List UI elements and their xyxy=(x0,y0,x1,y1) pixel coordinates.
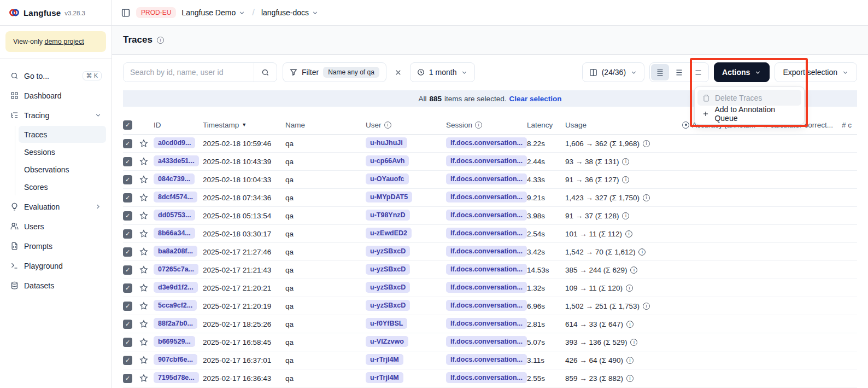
user-badge[interactable]: u-yzSBxcD xyxy=(366,246,410,257)
search-input[interactable] xyxy=(124,63,254,82)
user-badge[interactable]: u-zEwdED2 xyxy=(366,228,412,239)
row-checkbox[interactable]: ✓ xyxy=(123,356,132,365)
header-user[interactable]: User i xyxy=(366,121,446,129)
header-usage[interactable]: Usage xyxy=(565,121,682,129)
sidebar-item-observations[interactable]: Observations xyxy=(19,161,106,178)
info-icon[interactable]: i xyxy=(626,285,633,292)
row-checkbox[interactable]: ✓ xyxy=(123,374,132,383)
panel-toggle-icon[interactable] xyxy=(121,8,131,18)
breadcrumb-org[interactable]: Langfuse Demo xyxy=(181,8,245,17)
user-badge[interactable]: u-huJhuJi xyxy=(366,137,407,148)
row-checkbox[interactable]: ✓ xyxy=(123,229,132,239)
info-icon[interactable]: i xyxy=(626,375,634,382)
header-score-cut[interactable]: # c xyxy=(842,121,857,129)
session-badge[interactable]: lf.docs.conversation... xyxy=(446,155,527,166)
header-id[interactable]: ID xyxy=(154,121,203,129)
sidebar-item-goto[interactable]: Go to... ⌘ K xyxy=(5,67,106,85)
user-badge[interactable]: u-VIZzvwo xyxy=(366,336,408,347)
row-height-medium-button[interactable] xyxy=(670,64,688,80)
user-badge[interactable]: u-OYauofc xyxy=(366,173,409,184)
trace-id-badge[interactable]: 907cbf6e... xyxy=(154,354,197,365)
search-icon[interactable] xyxy=(254,63,277,82)
menu-item-add-to-annotation-queue[interactable]: Add to Annotation Queue xyxy=(697,106,801,121)
user-badge[interactable]: u-yzSBxcD xyxy=(366,264,410,275)
session-badge[interactable]: lf.docs.conversation... xyxy=(446,300,527,311)
demo-project-link[interactable]: demo project xyxy=(44,38,84,45)
row-checkbox[interactable]: ✓ xyxy=(123,193,132,202)
info-icon[interactable]: i xyxy=(622,158,629,165)
info-icon[interactable]: i xyxy=(626,357,634,364)
session-badge[interactable]: lf.docs.conversation... xyxy=(446,354,527,365)
info-icon[interactable]: i xyxy=(622,176,629,183)
info-icon[interactable]: i xyxy=(625,230,632,238)
select-all-checkbox[interactable]: ✓ xyxy=(123,120,132,130)
export-selection-button[interactable]: Export selection xyxy=(775,62,857,82)
trace-id-badge[interactable]: 084c739... xyxy=(154,173,195,184)
info-icon[interactable]: i xyxy=(643,303,650,310)
filter-button[interactable]: Filter Name any of qa xyxy=(283,62,386,82)
user-badge[interactable]: u-yzSBxcD xyxy=(366,300,410,311)
trace-id-badge[interactable]: a0cd0d9... xyxy=(154,137,195,148)
star-icon[interactable] xyxy=(139,139,154,148)
trace-id-badge[interactable]: 7195d78e... xyxy=(154,372,199,383)
row-checkbox[interactable]: ✓ xyxy=(123,247,132,257)
user-badge[interactable]: u-MYpDAT5 xyxy=(366,192,412,202)
session-badge[interactable]: lf.docs.conversation... xyxy=(446,173,527,184)
row-height-large-button[interactable] xyxy=(689,64,707,80)
user-badge[interactable]: u-rTrjl4M xyxy=(366,372,403,383)
info-icon[interactable]: i xyxy=(643,194,650,201)
row-checkbox[interactable]: ✓ xyxy=(123,320,132,329)
clear-filter-icon[interactable] xyxy=(392,66,404,79)
breadcrumb-project[interactable]: langfuse-docs xyxy=(261,8,319,17)
sidebar-item-scores[interactable]: Scores xyxy=(19,178,106,195)
row-height-small-button[interactable] xyxy=(651,64,669,80)
sidebar-item-traces[interactable]: Traces xyxy=(19,126,106,143)
sidebar-item-dashboard[interactable]: Dashboard xyxy=(5,86,106,105)
sidebar-item-tracing[interactable]: Tracing xyxy=(5,106,106,124)
row-checkbox[interactable]: ✓ xyxy=(123,302,132,311)
header-latency[interactable]: Latency xyxy=(527,121,565,129)
trace-id-badge[interactable]: 5cca9cf2... xyxy=(154,300,197,311)
info-icon[interactable]: i xyxy=(622,212,629,219)
header-session[interactable]: Session i xyxy=(446,121,527,129)
header-name[interactable]: Name xyxy=(285,121,366,129)
sidebar-item-playground[interactable]: Playground xyxy=(5,257,106,275)
info-icon[interactable]: i xyxy=(630,267,637,274)
trace-id-badge[interactable]: 8b66a34... xyxy=(154,228,195,239)
info-icon[interactable]: i xyxy=(638,248,646,256)
row-checkbox[interactable]: ✓ xyxy=(123,139,132,148)
sidebar-item-sessions[interactable]: Sessions xyxy=(19,143,106,160)
star-icon[interactable] xyxy=(139,320,154,328)
header-timestamp[interactable]: Timestamp ▼ xyxy=(203,121,285,129)
trace-id-badge[interactable]: b669529... xyxy=(154,336,195,347)
session-badge[interactable]: lf.docs.conversation... xyxy=(446,336,527,347)
actions-button[interactable]: Actions xyxy=(714,62,770,82)
columns-button[interactable]: (24/36) xyxy=(582,62,644,82)
user-badge[interactable]: u-rTrjl4M xyxy=(366,354,403,365)
session-badge[interactable]: lf.docs.conversation... xyxy=(446,246,527,257)
session-badge[interactable]: lf.docs.conversation... xyxy=(446,264,527,275)
session-badge[interactable]: lf.docs.conversation... xyxy=(446,282,527,293)
trace-id-badge[interactable]: ba8a208f... xyxy=(154,246,197,257)
star-icon[interactable] xyxy=(139,211,154,220)
star-icon[interactable] xyxy=(139,175,154,184)
session-badge[interactable]: lf.docs.conversation... xyxy=(446,137,527,148)
star-icon[interactable] xyxy=(139,356,154,364)
user-badge[interactable]: u-f0YfBSL xyxy=(366,318,407,329)
star-icon[interactable] xyxy=(139,265,154,274)
session-badge[interactable]: lf.docs.conversation... xyxy=(446,372,527,383)
info-icon[interactable]: i xyxy=(626,321,634,328)
sidebar-item-datasets[interactable]: Datasets xyxy=(5,276,106,294)
user-badge[interactable]: u-cp66Avh xyxy=(366,155,409,166)
time-range-button[interactable]: 1 month xyxy=(410,62,476,82)
info-icon[interactable]: i xyxy=(630,339,637,346)
info-icon[interactable]: i xyxy=(643,140,650,147)
session-badge[interactable]: lf.docs.conversation... xyxy=(446,192,527,202)
trace-id-badge[interactable]: 88f2a7b0... xyxy=(154,318,197,329)
star-icon[interactable] xyxy=(139,302,154,310)
session-badge[interactable]: lf.docs.conversation... xyxy=(446,318,527,329)
user-badge[interactable]: u-yzSBxcD xyxy=(366,282,410,293)
session-badge[interactable]: lf.docs.conversation... xyxy=(446,210,527,221)
trace-id-badge[interactable]: 8dcf4574... xyxy=(154,192,197,202)
star-icon[interactable] xyxy=(139,338,154,346)
